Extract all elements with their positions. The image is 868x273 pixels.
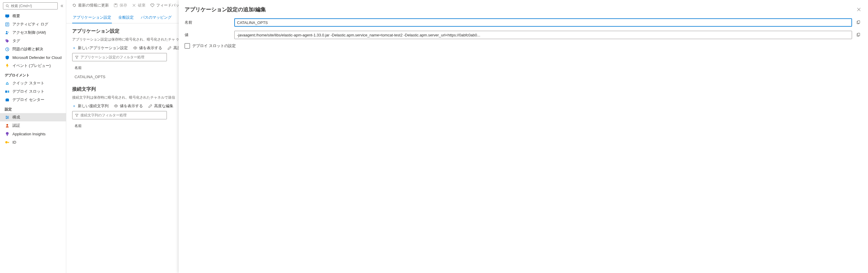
add-app-setting-button[interactable]: ＋新しいアプリケーション設定 [72,45,128,51]
copy-icon [856,33,860,37]
nav-label: クイック スタート [12,81,44,86]
label-name: 名前 [185,20,234,25]
sidebar-search[interactable] [3,2,58,9]
heart-icon [150,3,154,7]
cmd-label: 新しいアプリケーション設定 [78,45,128,51]
diagnose-icon [5,47,9,52]
defender-icon [5,55,9,60]
svg-line-1 [8,6,9,7]
show-values-button[interactable]: 値を表示する [133,45,162,51]
nav-label: 概要 [12,13,20,19]
nav-deploy-slot[interactable]: デプロイ スロット [0,87,66,95]
deploy-slot-label: デプロイ スロットの設定 [192,43,236,49]
svg-rect-2 [5,14,9,17]
toolbar-label: 保存 [120,3,127,8]
identity-icon [5,140,9,144]
svg-rect-25 [7,135,8,136]
nav-label: イベント (プレビュー) [12,63,51,69]
nav-label: アクセス制御 (IAM) [12,30,46,35]
svg-point-21 [7,117,8,118]
svg-rect-3 [6,18,8,18]
svg-rect-38 [858,33,860,36]
conn-string-filter[interactable] [72,111,167,119]
add-conn-string-button[interactable]: ＋新しい接続文字列 [72,103,108,109]
collapse-sidebar-button[interactable] [59,4,64,8]
nav-activity-log[interactable]: アクティビティ ログ [0,20,66,28]
cmd-label: 高度な編集 [154,103,173,109]
feedback-button[interactable]: フィードバッ [150,3,179,8]
deploy-slot-checkbox[interactable] [185,43,190,49]
nav-section-settings: 設定 [0,104,66,113]
save-button: 保存 [114,3,127,8]
nav-label: アクティビティ ログ [12,22,48,27]
pencil-icon [148,104,152,108]
edit-app-setting-panel: アプリケーション設定の追加/編集 名前 値 デプロイ スロットの設定 [179,0,868,273]
cmd-label: 値を表示する [139,45,162,51]
svg-point-12 [6,83,8,84]
svg-rect-14 [7,90,9,93]
cmd-label: 値を表示する [120,103,143,109]
nav-access-control[interactable]: アクセス制御 (IAM) [0,28,66,37]
nav-label: 認証 [12,123,20,128]
app-settings-filter-input[interactable] [81,55,164,59]
label-value: 値 [185,32,234,37]
events-icon [5,63,9,68]
svg-point-32 [115,106,117,107]
filter-icon [75,113,79,117]
tab-app-settings[interactable]: アプリケーション設定 [72,13,112,23]
nav-defender[interactable]: Microsoft Defender for Cloud [0,53,66,62]
tab-path-mappings[interactable]: パスのマッピング [140,13,172,23]
svg-point-26 [5,141,7,143]
cmd-label: 新しい接続文字列 [78,103,108,109]
search-icon [5,4,10,8]
svg-point-8 [6,31,7,33]
nav-identity[interactable]: ID [0,138,66,146]
toolbar-label: フィードバッ [156,3,179,8]
plus-icon: ＋ [72,45,76,51]
discard-icon [132,3,136,7]
nav-overview[interactable]: 概要 [0,12,66,20]
copy-name-button[interactable] [855,19,862,26]
app-insights-icon [5,132,9,136]
svg-point-10 [6,40,6,40]
copy-value-button[interactable] [855,31,862,39]
nav-tags[interactable]: タグ [0,37,66,45]
toolbar-label: 最新の情報に更新 [78,3,109,8]
access-control-icon [5,30,9,35]
nav-label: Microsoft Defender for Cloud [12,55,62,60]
svg-rect-16 [6,98,8,99]
nav-quickstart[interactable]: クイック スタート [0,79,66,87]
nav-deploy-center[interactable]: デプロイ センター [0,95,66,104]
flyout-title: アプリケーション設定の追加/編集 [185,6,266,13]
name-input[interactable] [234,18,852,27]
conn-string-filter-input[interactable] [81,113,164,117]
refresh-button[interactable]: 最新の情報に更新 [72,3,109,8]
sidebar-search-input[interactable] [11,4,56,8]
deploy-slot-icon [5,89,9,94]
nav-events[interactable]: イベント (プレビュー) [0,62,66,70]
nav-diagnose[interactable]: 問題の診断と解決 [0,45,66,53]
nav-label: 問題の診断と解決 [12,47,43,52]
svg-point-20 [6,116,7,117]
tab-general[interactable]: 全般設定 [118,13,134,23]
discard-button: 破棄 [132,3,146,8]
authentication-icon [5,123,9,128]
sidebar: 概要 アクティビティ ログ アクセス制御 (IAM) タグ 問題の診断と解決 M… [0,0,66,273]
nav-configuration[interactable]: 構成 [0,113,66,121]
nav-label: タグ [12,38,20,44]
app-settings-filter[interactable] [72,53,167,61]
show-values-button[interactable]: 値を表示する [114,103,143,109]
svg-point-23 [6,124,8,126]
close-button[interactable] [856,6,862,13]
svg-point-31 [134,47,136,49]
advanced-edit-button[interactable]: 高度な編集 [148,103,173,109]
nav-section-deployment: デプロイメント [0,70,66,79]
value-input[interactable] [234,31,852,39]
nav-authentication[interactable]: 認証 [0,121,66,130]
nav-app-insights[interactable]: Application Insights [0,130,66,138]
svg-point-9 [8,31,8,32]
svg-rect-15 [5,99,8,101]
filter-icon [75,55,79,59]
deploy-center-icon [5,98,9,102]
copy-icon [856,21,860,25]
